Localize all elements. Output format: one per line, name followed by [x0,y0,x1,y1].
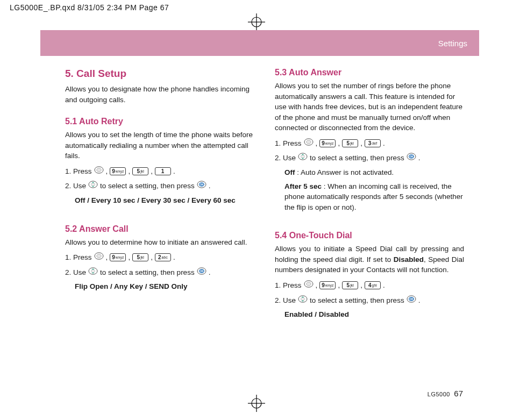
step-text: 2. Use [65,180,86,192]
step-text: to select a setting, then press [310,152,404,164]
period: . [383,280,385,291]
period: . [173,252,175,264]
step-text: 2. Use [275,152,296,164]
text-off: : Auto Answer is not activated. [295,168,394,176]
step-text: 1. Press [65,252,92,264]
registration-mark-icon [247,394,266,415]
nav-key-icon [304,280,314,291]
manual-page: Settings 5. Call Setup Allows you to des… [40,30,479,402]
period: . [383,138,385,150]
comma: , [106,252,108,264]
key-5: 5jkl [342,139,358,147]
comma: , [316,138,318,150]
print-job-header: LG5000E_.BP.qxd 8/31/05 2:34 PM Page 67 [10,3,169,12]
key-5: 5jkl [132,167,148,175]
ok-key-icon [197,180,206,192]
comma: , [360,280,362,291]
auto-retry-options: Off / Every 10 sec / Every 30 sec / Ever… [65,195,254,206]
comma: , [151,166,153,177]
step-text: 1. Press [275,138,302,150]
comma: , [338,280,340,291]
comma: , [128,166,130,177]
one-touch-step1: 1. Press , 9wxyz , 5jkl , 4ghi . [275,280,464,291]
one-touch-step2: 2. Use to select a setting, then press . [275,295,464,307]
comma: , [151,252,153,264]
label-after5: After 5 sec [284,182,322,190]
label-off: Off [284,168,295,176]
step-text: to select a setting, then press [100,180,195,192]
comma: , [338,138,340,150]
ok-key-icon [197,267,206,279]
auto-retry-desc: Allows you to set the length of time the… [65,130,254,161]
comma: , [106,166,108,177]
key-9: 9wxyz [319,139,336,147]
key-5: 5jkl [342,281,358,289]
comma: , [128,252,130,264]
heading-one-touch-dial: 5.4 One-Touch Dial [275,231,464,240]
nav-updown-icon [88,180,98,192]
answer-call-step2: 2. Use to select a setting, then press . [65,267,254,279]
period: . [173,166,175,177]
auto-answer-off: Off : Auto Answer is not activated. [275,167,464,178]
key-5: 5jkl [132,253,148,261]
key-3: 3def [365,139,381,147]
period: . [418,295,421,307]
answer-call-desc: Allows you to determine how to initiate … [65,237,254,248]
key-9: 9wxyz [110,253,126,261]
auto-answer-after5: After 5 sec : When an incoming call is r… [275,181,464,213]
heading-auto-retry: 5.1 Auto Retry [65,117,254,126]
page-footer: LG5000 67 [428,389,463,398]
step-text: 2. Use [65,267,86,279]
nav-updown-icon [298,152,308,164]
key-2: 2abc [155,253,171,261]
auto-retry-step1: 1. Press , 9wxyz , 5jkl , 1 . [65,166,254,177]
banner-label: Settings [438,39,467,48]
auto-answer-desc: Allows you to set the number of rings be… [275,81,464,133]
heading-answer-call: 5.2 Answer Call [65,224,254,234]
period: . [418,152,421,164]
one-touch-options: Enabled / Disabled [275,309,464,320]
answer-call-step1: 1. Press , 9wxyz , 5jkl , 2abc . [65,252,254,264]
key-4: 4ghi [365,281,381,289]
comma: , [316,280,318,291]
key-9: 9wxyz [110,167,126,175]
step-text: 1. Press [275,280,302,291]
nav-key-icon [304,138,314,150]
nav-key-icon [94,252,104,264]
nav-updown-icon [298,295,308,307]
auto-answer-step2: 2. Use to select a setting, then press . [275,152,464,164]
footer-page-number: 67 [454,389,463,398]
ok-key-icon [407,152,416,164]
period: . [209,267,211,279]
one-touch-desc: Allows you to initiate a Speed Dial call… [275,244,464,275]
nav-updown-icon [88,267,98,279]
desc-bold: Disabled [394,255,424,264]
auto-retry-step2: 2. Use to select a setting, then press . [65,180,254,192]
heading-auto-answer: 5.3 Auto Answer [275,68,464,77]
step-text: 2. Use [275,295,296,307]
ok-key-icon [407,295,416,307]
period: . [209,180,211,192]
nav-key-icon [94,166,104,177]
key-9: 9wxyz [319,281,336,289]
step-text: to select a setting, then press [100,267,195,279]
auto-answer-step1: 1. Press , 9wxyz , 5jkl , 3def . [275,138,464,150]
comma: , [360,138,362,150]
right-column: 5.3 Auto Answer Allows you to set the nu… [275,68,464,323]
step-text: 1. Press [65,166,92,177]
key-1: 1 [155,167,171,175]
answer-call-options: Flip Open / Any Key / SEND Only [65,281,254,292]
section-banner: Settings [40,30,479,56]
left-column: 5. Call Setup Allows you to designate ho… [65,68,254,323]
heading-call-setup: 5. Call Setup [65,68,254,80]
footer-model: LG5000 [428,391,450,397]
call-setup-intro: Allows you to designate how the phone ha… [65,84,254,105]
step-text: to select a setting, then press [310,295,404,307]
